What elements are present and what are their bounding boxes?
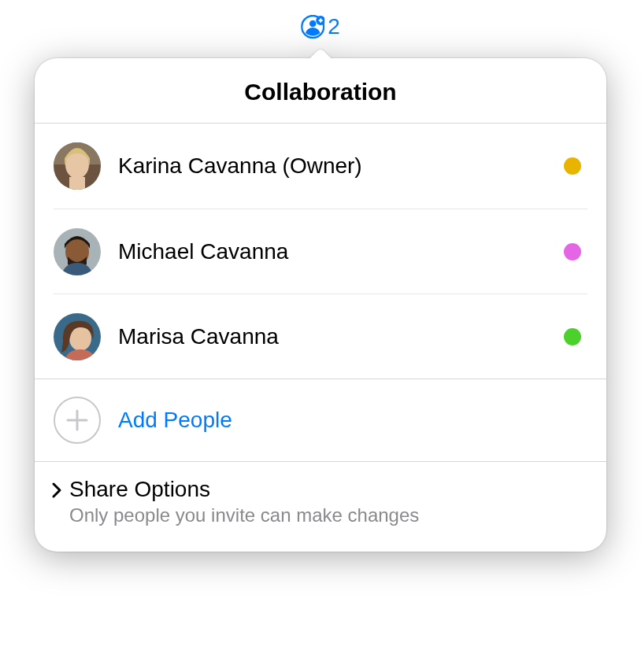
- presence-dot: [564, 243, 581, 260]
- svg-rect-4: [320, 18, 321, 22]
- collaboration-popover: Collaboration Karina Cavanna (Owner): [35, 58, 606, 552]
- collaboration-count: 2: [328, 14, 340, 39]
- participant-list: Karina Cavanna (Owner) Michael Cavanna: [35, 124, 606, 379]
- collaboration-trigger[interactable]: 2: [301, 14, 340, 39]
- popover-arrow: [309, 46, 332, 60]
- participant-name: Michael Cavanna: [118, 239, 564, 264]
- participant-name: Karina Cavanna (Owner): [118, 153, 564, 179]
- avatar: [54, 228, 101, 275]
- person-badge-icon: [301, 15, 324, 39]
- add-people-button[interactable]: Add People: [35, 379, 606, 462]
- share-options-subtitle: Only people you invite can make changes: [69, 504, 419, 526]
- svg-rect-8: [69, 177, 85, 190]
- share-options-button[interactable]: Share Options Only people you invite can…: [35, 462, 606, 552]
- participant-row[interactable]: Michael Cavanna: [54, 209, 587, 294]
- plus-icon: [54, 397, 101, 444]
- avatar: [54, 313, 101, 360]
- add-people-label: Add People: [118, 408, 232, 433]
- participant-row[interactable]: Karina Cavanna (Owner): [54, 124, 587, 209]
- avatar: [54, 142, 101, 190]
- chevron-right-icon: [49, 481, 65, 503]
- participant-name: Marisa Cavanna: [118, 324, 564, 349]
- presence-dot: [564, 157, 581, 175]
- presence-dot: [564, 328, 581, 345]
- participant-row[interactable]: Marisa Cavanna: [54, 294, 587, 378]
- share-options-title: Share Options: [69, 476, 419, 503]
- svg-point-1: [309, 20, 317, 28]
